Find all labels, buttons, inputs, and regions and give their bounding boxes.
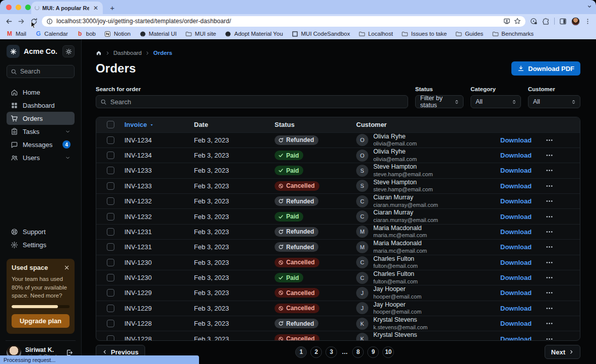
bookmark-bob[interactable]: bbob [77,30,96,37]
acme-logo[interactable] [7,45,20,58]
download-pdf-button[interactable]: Download PDF [511,61,580,76]
row-menu-kebab-icon[interactable] [544,334,555,341]
url-text[interactable]: localhost:3000/joy-ui/getting-started/te… [56,18,500,25]
download-link[interactable]: Download [500,289,532,297]
row-checkbox[interactable] [107,152,114,159]
extensions-puzzle-icon[interactable] [542,18,550,25]
bookmark-issues-to-take[interactable]: Issues to take [402,30,447,37]
order-search-input[interactable]: Search [96,95,408,108]
row-menu-kebab-icon[interactable] [544,258,555,267]
bookmark-notion[interactable]: Notion [104,30,130,37]
row-checkbox[interactable] [107,274,114,281]
bookmark-benchmarks[interactable]: Benchmarks [492,30,534,37]
side-panel-icon[interactable] [559,18,567,25]
page-button-9[interactable]: 9 [367,346,379,358]
download-link[interactable]: Download [500,152,532,159]
row-menu-kebab-icon[interactable] [544,212,555,222]
next-page-button[interactable]: Next [545,345,580,359]
row-menu-kebab-icon[interactable] [544,273,555,282]
bookmark-mui-site[interactable]: MUI site [185,30,216,37]
row-menu-kebab-icon[interactable] [544,304,555,313]
sidebar-search-input[interactable]: Search [7,65,75,78]
window-controls[interactable] [6,5,31,10]
bookmark-mui-codesandbox[interactable]: MUI CodeSandbox [292,30,350,37]
page-button-3[interactable]: 3 [325,346,337,358]
page-button-8[interactable]: 8 [352,346,364,358]
bookmark-material-ui[interactable]: Material UI [139,30,177,37]
row-checkbox[interactable] [107,243,114,251]
theme-toggle-button[interactable] [62,45,75,57]
download-link[interactable]: Download [500,274,532,281]
row-menu-kebab-icon[interactable] [544,135,555,145]
bookmark-localhost[interactable]: Localhost [359,30,393,37]
row-menu-kebab-icon[interactable] [544,319,555,328]
row-checkbox[interactable] [107,259,114,266]
privacy-icon[interactable] [530,18,538,25]
row-menu-kebab-icon[interactable] [544,181,555,191]
row-menu-kebab-icon[interactable] [544,227,555,237]
browser-tab[interactable]: MUI: A popular React UI fram ✕ [31,2,103,14]
download-link[interactable]: Download [500,182,532,190]
row-menu-kebab-icon[interactable] [544,166,555,175]
sidebar-item-orders[interactable]: Orders [7,112,75,125]
tab-close-icon[interactable]: ✕ [92,5,99,12]
breadcrumb-dashboard[interactable]: Dashboard [113,50,142,56]
row-checkbox[interactable] [107,136,114,144]
row-checkbox[interactable] [107,182,114,190]
breadcrumb-home-icon[interactable] [96,50,102,56]
forward-button[interactable] [17,17,26,26]
bookmark-guides[interactable]: Guides [455,30,483,37]
download-link[interactable]: Download [500,243,532,251]
status-filter-select[interactable]: Filter by status [415,95,463,108]
sidebar-item-home[interactable]: Home [7,86,75,99]
site-info-icon[interactable] [46,18,53,25]
close-window-button[interactable] [6,5,12,10]
row-checkbox[interactable] [107,197,114,205]
row-checkbox[interactable] [107,305,114,312]
sidebar-item-messages[interactable]: Messages4 [7,138,75,151]
download-link[interactable]: Download [500,305,532,312]
address-bar[interactable]: localhost:3000/joy-ui/getting-started/te… [42,16,525,27]
minimize-window-button[interactable] [16,5,21,10]
tab-search-chevron-icon[interactable] [587,4,592,9]
download-link[interactable]: Download [500,335,532,341]
profile-avatar[interactable] [571,17,580,26]
row-menu-kebab-icon[interactable] [544,242,555,252]
sidebar-item-support[interactable]: Support [7,226,75,239]
download-link[interactable]: Download [500,136,532,144]
customer-filter-select[interactable]: All [528,95,580,108]
bookmark-calendar[interactable]: GCalendar [35,30,68,37]
sidebar-item-tasks[interactable]: Tasks [7,125,75,138]
upgrade-plan-button[interactable]: Upgrade plan [12,314,70,328]
browser-menu-kebab-icon[interactable] [584,18,591,25]
download-link[interactable]: Download [500,259,532,266]
bookmark-adopt-material-you[interactable]: Adopt Material You [225,30,283,37]
sidebar-item-dashboard[interactable]: Dashboard [7,99,75,112]
sidebar-item-settings[interactable]: Settings [7,239,75,252]
download-link[interactable]: Download [500,228,532,236]
row-menu-kebab-icon[interactable] [544,288,555,298]
download-link[interactable]: Download [500,213,532,221]
row-checkbox[interactable] [107,167,114,174]
page-button-2[interactable]: 2 [310,346,322,358]
row-checkbox[interactable] [107,335,114,341]
row-menu-kebab-icon[interactable] [544,151,555,160]
back-button[interactable] [4,17,13,26]
download-link[interactable]: Download [500,197,532,205]
row-checkbox[interactable] [107,213,114,221]
select-all-checkbox[interactable] [107,121,114,128]
breadcrumb-orders[interactable]: Orders [153,50,172,56]
row-checkbox[interactable] [107,320,114,327]
maximize-window-button[interactable] [25,5,31,10]
sidebar-item-users[interactable]: Users [7,151,75,164]
row-checkbox[interactable] [107,228,114,236]
row-checkbox[interactable] [107,289,114,297]
page-button-1[interactable]: 1 [295,346,307,358]
bookmark-mail[interactable]: MMail [6,30,26,37]
category-filter-select[interactable]: All [471,95,521,108]
download-link[interactable]: Download [500,320,532,327]
close-icon[interactable] [64,265,70,270]
row-menu-kebab-icon[interactable] [544,196,555,206]
invoice-sort-header[interactable]: Invoice [124,121,194,128]
download-link[interactable]: Download [500,167,532,174]
